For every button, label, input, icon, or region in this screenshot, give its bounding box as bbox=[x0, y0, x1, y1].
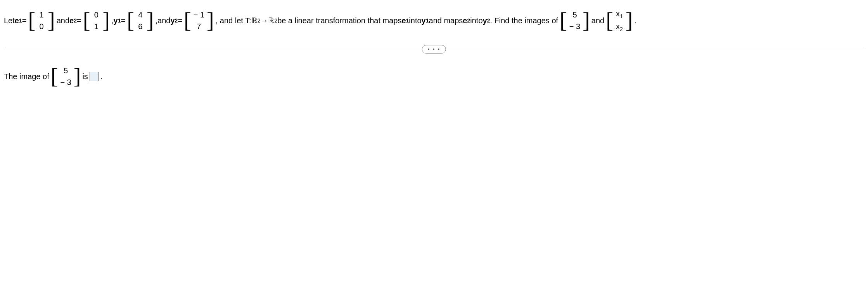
answer-prompt: The image of [ 5 − 3 ] is . bbox=[4, 65, 864, 88]
answer-input[interactable] bbox=[90, 72, 99, 81]
text-period: . bbox=[634, 16, 636, 25]
text-eq4: = bbox=[178, 16, 182, 25]
text-imageof: The image of bbox=[4, 72, 49, 81]
label-y2: y2 bbox=[170, 16, 178, 25]
matrix-answer-vec: [ 5 − 3 ] bbox=[51, 65, 81, 88]
text-eq3: = bbox=[121, 16, 126, 25]
section-divider: • • • bbox=[4, 49, 864, 49]
text-andmaps: and maps bbox=[429, 16, 463, 25]
matrix-e2: [ 0 1 ] bbox=[83, 9, 110, 32]
text-let: Let bbox=[4, 16, 15, 25]
text-r2-domain: ℝ2→ℝ2 bbox=[251, 16, 278, 25]
label-e2: e2 bbox=[69, 16, 77, 25]
matrix-y2: [ − 1 7 ] bbox=[184, 9, 214, 32]
text-comma-and: , and bbox=[156, 16, 171, 25]
expand-button[interactable]: • • • bbox=[422, 45, 446, 54]
matrix-e1: [ 1 0 ] bbox=[28, 9, 55, 32]
text-into1: into bbox=[409, 16, 421, 25]
text-transform1: , and let T: bbox=[216, 16, 251, 25]
label-y1: y1 bbox=[114, 16, 121, 25]
text-eq2: = bbox=[77, 16, 81, 25]
text-is: is bbox=[82, 72, 88, 81]
text-and2: and bbox=[591, 16, 604, 25]
ref-e2: e2 bbox=[463, 16, 470, 25]
matrix-target1: [ 5 − 3 ] bbox=[560, 9, 590, 32]
label-e1: e1 bbox=[15, 16, 22, 25]
ref-y2: y2 bbox=[483, 16, 490, 25]
text-answer-period: . bbox=[100, 72, 103, 81]
problem-statement: Let e1 = [ 1 0 ] and e2 = [ 0 1 ] , y1 =… bbox=[4, 8, 864, 33]
text-transform2: be a linear transformation that maps bbox=[277, 16, 401, 25]
text-and: and bbox=[57, 16, 69, 25]
ref-e1: e1 bbox=[401, 16, 409, 25]
text-find: . Find the images of bbox=[490, 16, 558, 25]
matrix-y1: [ 4 6 ] bbox=[127, 9, 154, 32]
text-into2: into bbox=[470, 16, 482, 25]
matrix-target2: [ x1 x2 ] bbox=[606, 8, 633, 33]
text-eq: = bbox=[22, 16, 27, 25]
ref-y1: y1 bbox=[422, 16, 429, 25]
